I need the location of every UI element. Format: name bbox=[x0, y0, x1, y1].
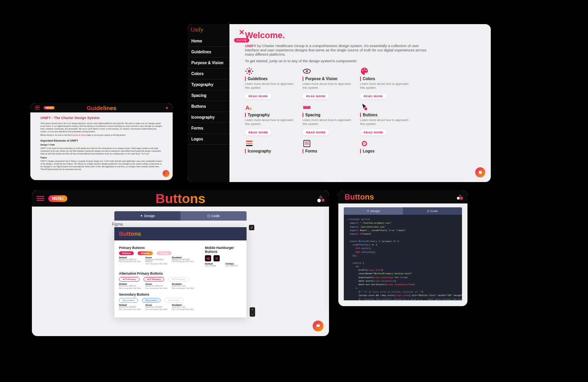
card-logos: Logos bbox=[360, 139, 411, 154]
eye-icon bbox=[303, 67, 311, 75]
sidebar-item-guidelines[interactable]: Guidelines bbox=[187, 47, 229, 58]
view-tabs: ✦ Design ⟨⟩ Code bbox=[114, 211, 247, 221]
button-sample: Primary bbox=[138, 251, 152, 255]
read-more-button[interactable]: READ MORE bbox=[360, 130, 387, 135]
figma-embed: ⤢ Buttons Primary Buttons Primary Primar… bbox=[114, 227, 247, 317]
brand-logo[interactable]: Unify bbox=[187, 24, 229, 36]
zoom-control[interactable]: +− bbox=[250, 307, 255, 317]
read-more-button[interactable]: READ MORE bbox=[360, 93, 387, 99]
paragraph: Before diving in, be sure to visit the P… bbox=[40, 134, 163, 137]
read-more-button[interactable]: READ MORE bbox=[245, 93, 271, 99]
card-title: Purpose & Vision bbox=[303, 77, 353, 81]
sidebar-item-typography[interactable]: Typography bbox=[187, 79, 229, 90]
sidebar-item-colors[interactable]: Colors bbox=[187, 68, 229, 79]
tab-design[interactable]: ✦ Design bbox=[344, 207, 403, 215]
code-block: //PRIMARY BUTTON import './button-primar… bbox=[344, 215, 462, 300]
page-title: Buttons bbox=[345, 193, 374, 202]
topbar: MENU Buttons bbox=[32, 190, 329, 207]
card-title: Buttons bbox=[360, 113, 411, 117]
read-more-button[interactable]: READ MORE bbox=[245, 130, 271, 135]
chat-fab[interactable] bbox=[313, 321, 324, 331]
guidelines-window: MENU Guidelines UNIFY - The Charter Desi… bbox=[30, 103, 173, 180]
svg-point-2 bbox=[306, 70, 308, 72]
card-title: Spacing bbox=[303, 113, 353, 117]
state-spec: DisabledStroke/Text: GreyFont: Introduct… bbox=[172, 304, 194, 310]
chat-fab[interactable] bbox=[475, 167, 485, 177]
card-iconography: Iconography bbox=[245, 139, 296, 154]
card-title: Forms bbox=[303, 149, 353, 153]
tab-code[interactable]: ⟨⟩ Code bbox=[180, 211, 247, 221]
section-title: Secondary Buttons bbox=[119, 293, 242, 296]
topbar: MENU Guidelines bbox=[30, 103, 173, 112]
hamburger-sample bbox=[205, 255, 211, 261]
sidebar-item-purpose-vision[interactable]: Purpose & Vision bbox=[187, 58, 229, 68]
button-sample: Secondary bbox=[164, 298, 184, 303]
tab-design[interactable]: ✦ Design bbox=[114, 211, 180, 221]
hamburger-icon[interactable] bbox=[35, 106, 40, 110]
section-title: Primary Buttons bbox=[119, 246, 197, 250]
svg-rect-15 bbox=[305, 144, 309, 144]
svg-point-3 bbox=[362, 70, 363, 71]
ruler-icon bbox=[303, 103, 311, 112]
svg-point-17 bbox=[364, 143, 365, 144]
section-title: Alternative Primary Buttons bbox=[119, 272, 242, 275]
section-title: Mobile Hamburger Buttons bbox=[205, 246, 242, 254]
card-description: Learn more about how to approach this sy… bbox=[303, 118, 353, 126]
card-description: Learn more about how to approach this sy… bbox=[360, 82, 411, 90]
card-description: Learn more about how to approach this sy… bbox=[245, 82, 296, 90]
state-spec: DefaultStroke/Text: #3C93F5Font: Introdu… bbox=[119, 304, 142, 310]
page-title: Buttons bbox=[156, 191, 205, 206]
menu-button[interactable]: MENU bbox=[48, 195, 67, 202]
sidebar-item-forms[interactable]: Forms bbox=[187, 123, 229, 134]
card-description: Learn more about how to approach this sy… bbox=[303, 82, 353, 90]
state-spec: DisabledBackground: #F5C2D0Font: Introdu… bbox=[172, 256, 194, 265]
page-title: Guidelines bbox=[87, 105, 117, 111]
sidebar-item-spacing[interactable]: Spacing bbox=[187, 90, 229, 101]
read-more-button[interactable]: READ MORE bbox=[303, 130, 329, 135]
button-sample: Secondary bbox=[119, 298, 138, 303]
tab-code[interactable]: ⟨⟩ Code bbox=[403, 207, 462, 215]
card-purpose-vision: Purpose & VisionLearn more about how to … bbox=[303, 67, 353, 99]
sidebar-item-iconography[interactable]: Iconography bbox=[187, 112, 229, 123]
read-more-button[interactable]: READ MORE bbox=[303, 93, 329, 99]
button-sample: ALT Primary bbox=[144, 277, 164, 282]
card-title: Iconography bbox=[245, 149, 296, 153]
intro-text: UNIFY by Charter Healthcare Group is a c… bbox=[245, 44, 432, 56]
aa-icon: Aa bbox=[245, 103, 254, 112]
button-sample: Primary bbox=[157, 251, 172, 255]
sidebar: Unify HomeGuidelinesPurpose & VisionColo… bbox=[187, 24, 229, 182]
hamburger-icon[interactable] bbox=[37, 196, 44, 201]
state-spec: DefaultBorder/Text: #E5077DFont: Introdu… bbox=[119, 283, 142, 289]
gear-icon bbox=[245, 67, 254, 75]
menu-button[interactable]: MENU bbox=[44, 106, 54, 109]
pointer-icon bbox=[360, 103, 369, 112]
sidebar-item-home[interactable]: Home bbox=[187, 36, 229, 47]
state-spec: DefaultColor: Multiple bbox=[205, 263, 222, 267]
button-sample: Primary bbox=[119, 251, 134, 255]
sidebar-item-buttons[interactable]: Buttons bbox=[187, 101, 229, 112]
sidebar-item-logos[interactable]: Logos bbox=[187, 134, 229, 145]
form-icon bbox=[303, 139, 311, 148]
guidelines-content: UNIFY - The Charter Design System This s… bbox=[30, 112, 173, 175]
svg-point-5 bbox=[366, 70, 367, 71]
inline-link[interactable]: Purpose & Vision bbox=[71, 134, 86, 136]
svg-point-0 bbox=[248, 70, 250, 72]
state-spec: HoverBackground: #FC256A / #FE9735Font: … bbox=[145, 256, 168, 265]
button-sample: ALT Primary bbox=[119, 277, 140, 282]
subheading: Figma bbox=[40, 156, 163, 159]
svg-rect-10 bbox=[246, 140, 253, 142]
state-spec: ClickedColor: #E5077D bbox=[226, 263, 242, 267]
expand-icon[interactable]: ⤢ bbox=[249, 225, 254, 230]
svg-point-9 bbox=[364, 107, 367, 110]
buttons-code-window: Buttons ✦ Design ⟨⟩ Code //PRIMARY BUTTO… bbox=[338, 190, 467, 306]
brand-shapes-icon bbox=[457, 194, 463, 200]
button-sample: Secondary bbox=[142, 298, 161, 303]
svg-rect-8 bbox=[303, 106, 310, 109]
paragraph: This system should inform all of our des… bbox=[40, 122, 163, 133]
card-spacing: SpacingLearn more about how to approach … bbox=[303, 103, 353, 135]
buttons-design-window: MENU Buttons ✦ Design ⟨⟩ Code Figma ⤢ Bu… bbox=[32, 190, 329, 336]
welcome-title: Welcome. bbox=[245, 30, 481, 40]
subheading: Important Elements of UNIFY bbox=[40, 139, 163, 143]
close-sample: ✕ bbox=[214, 255, 220, 261]
chat-fab[interactable] bbox=[163, 170, 170, 177]
